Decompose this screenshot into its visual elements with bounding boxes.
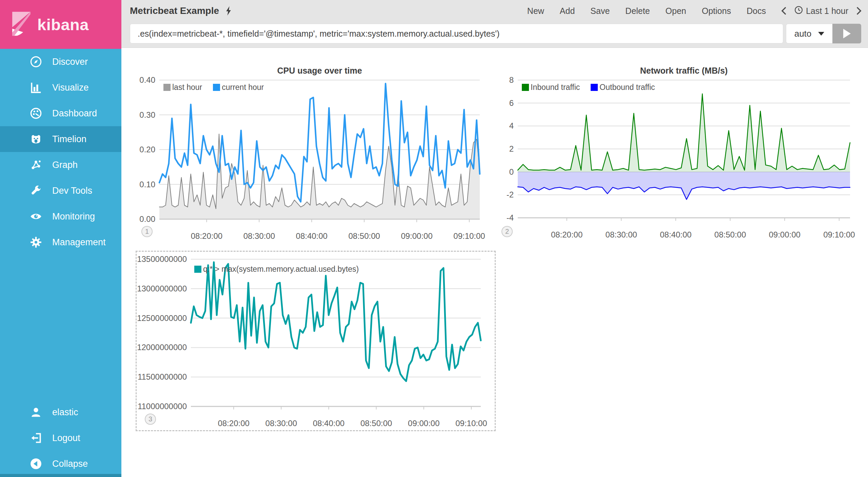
legend-item: Inbound traffic (522, 83, 580, 92)
chart-sequence-badge: 2 (501, 226, 513, 237)
svg-text:08:20:00: 08:20:00 (191, 231, 222, 240)
play-button[interactable] (832, 24, 861, 43)
kibana-logo-mark (11, 11, 32, 38)
svg-text:6: 6 (509, 98, 514, 108)
svg-text:09:00:00: 09:00:00 (401, 231, 432, 240)
legend-label: q:* > max(system.memory.actual.used.byte… (203, 265, 359, 274)
bar-chart-icon (28, 80, 43, 95)
svg-text:11000000000: 11000000000 (138, 402, 187, 411)
graph-icon (28, 157, 43, 172)
legend-swatch-icon (213, 84, 220, 91)
svg-text:08:50:00: 08:50:00 (348, 231, 380, 240)
chart-canvas: 1350000000013000000000125000000001200000… (137, 252, 495, 430)
sidebar-nav: Discover Visualize Dashboard Timelion Gr… (0, 49, 121, 255)
sidebar-item-user-elastic[interactable]: elastic (0, 399, 121, 425)
sidebar-item-label: Monitoring (52, 211, 95, 222)
legend-label: Outbound traffic (599, 83, 655, 92)
legend-item: Outbound traffic (591, 83, 655, 92)
kibana-logo-text: kibana (37, 15, 89, 34)
svg-text:12000000000: 12000000000 (137, 343, 187, 352)
svg-text:09:00:00: 09:00:00 (408, 419, 439, 428)
legend-swatch-icon (194, 266, 201, 273)
chart-title: Network traffic (MB/s) (518, 66, 850, 76)
svg-text:08:20:00: 08:20:00 (551, 230, 583, 239)
sidebar-item-monitoring[interactable]: Monitoring (0, 204, 121, 229)
legend-swatch-icon (591, 84, 598, 91)
sidebar-item-timelion[interactable]: Timelion (0, 126, 121, 152)
svg-text:0: 0 (509, 167, 514, 176)
dashboard-icon (28, 106, 43, 121)
topbar: Metricbeat Example New Add Save Delete O… (121, 0, 868, 48)
menu-item-open[interactable]: Open (666, 6, 686, 16)
sidebar-item-label: Dashboard (52, 108, 97, 119)
clock-icon (794, 6, 803, 16)
chart-legend: q:* > max(system.memory.actual.used.byte… (194, 265, 359, 274)
sidebar-item-label: Discover (52, 57, 88, 67)
kibana-logo[interactable]: kibana (0, 0, 121, 49)
legend-label: Inbound traffic (531, 83, 580, 92)
timelion-query-input[interactable] (130, 24, 783, 43)
interval-select[interactable]: auto (786, 24, 832, 43)
svg-text:13000000000: 13000000000 (137, 284, 187, 293)
time-range-label: Last 1 hour (806, 6, 848, 16)
svg-text:4: 4 (509, 121, 514, 130)
menu-item-save[interactable]: Save (590, 6, 610, 16)
play-icon (843, 29, 851, 38)
svg-text:08:50:00: 08:50:00 (714, 230, 746, 239)
timelion-sheet: 0.400.300.200.100.0008:20:0008:30:0008:4… (121, 48, 868, 477)
menu-item-options[interactable]: Options (702, 6, 731, 16)
menu-item-new[interactable]: New (527, 6, 544, 16)
svg-text:-2: -2 (507, 190, 514, 199)
sidebar-item-collapse[interactable]: Collapse (0, 451, 121, 477)
time-navigation: Last 1 hour (780, 6, 863, 16)
query-row: auto (121, 22, 868, 47)
chart-network-traffic[interactable]: 86420-2-408:20:0008:30:0008:40:0008:50:0… (493, 63, 858, 240)
chart-legend: last hourcurrent hour (163, 83, 264, 92)
sidebar-item-management[interactable]: Management (0, 229, 121, 255)
sidebar-item-label: Timelion (52, 134, 86, 145)
svg-text:08:30:00: 08:30:00 (606, 230, 637, 239)
svg-text:0.10: 0.10 (139, 180, 155, 189)
chart-cpu-usage[interactable]: 0.400.300.200.100.0008:20:0008:30:0008:4… (134, 63, 497, 240)
sidebar-item-dev-tools[interactable]: Dev Tools (0, 178, 121, 204)
svg-text:2: 2 (509, 144, 514, 153)
sidebar-item-graph[interactable]: Graph (0, 152, 121, 178)
menu-item-delete[interactable]: Delete (625, 6, 650, 16)
menu-item-add[interactable]: Add (560, 6, 575, 16)
sidebar-item-visualize[interactable]: Visualize (0, 75, 121, 100)
time-picker[interactable]: Last 1 hour (794, 6, 848, 16)
sidebar-item-dashboard[interactable]: Dashboard (0, 100, 121, 126)
chevron-right-icon[interactable] (855, 6, 863, 15)
sidebar-item-label: Management (52, 237, 106, 248)
compass-icon (28, 54, 43, 69)
menu-item-docs[interactable]: Docs (747, 6, 766, 16)
chevron-left-icon[interactable] (780, 6, 788, 15)
svg-text:0.30: 0.30 (139, 110, 155, 119)
sidebar-item-discover[interactable]: Discover (0, 49, 121, 75)
svg-text:09:00:00: 09:00:00 (769, 230, 801, 239)
sidebar-item-label: Graph (52, 160, 78, 170)
interval-value: auto (794, 28, 812, 39)
legend-swatch-icon (163, 84, 171, 91)
collapse-icon (28, 456, 43, 471)
svg-text:08:40:00: 08:40:00 (313, 419, 344, 428)
legend-label: last hour (172, 83, 202, 92)
svg-text:08:30:00: 08:30:00 (265, 419, 297, 428)
legend-swatch-icon (522, 84, 529, 91)
svg-text:08:20:00: 08:20:00 (218, 419, 249, 428)
svg-text:0.00: 0.00 (139, 214, 155, 224)
svg-text:12500000000: 12500000000 (137, 313, 187, 323)
sidebar-item-logout[interactable]: Logout (0, 425, 121, 451)
chart-sequence-badge: 1 (141, 226, 153, 237)
svg-text:08:50:00: 08:50:00 (360, 419, 392, 428)
wrench-icon (28, 183, 43, 198)
chart-title: CPU usage over time (159, 66, 480, 76)
chart-memory-used-bytes[interactable]: 1350000000013000000000125000000001200000… (136, 251, 496, 431)
svg-text:11500000000: 11500000000 (138, 372, 187, 381)
legend-item: current hour (213, 83, 264, 92)
svg-text:09:10:00: 09:10:00 (455, 419, 487, 428)
sidebar-item-label: Visualize (52, 82, 89, 93)
sidebar-item-label: Dev Tools (52, 186, 92, 196)
svg-text:0.20: 0.20 (139, 145, 155, 154)
svg-text:08:40:00: 08:40:00 (296, 231, 328, 240)
